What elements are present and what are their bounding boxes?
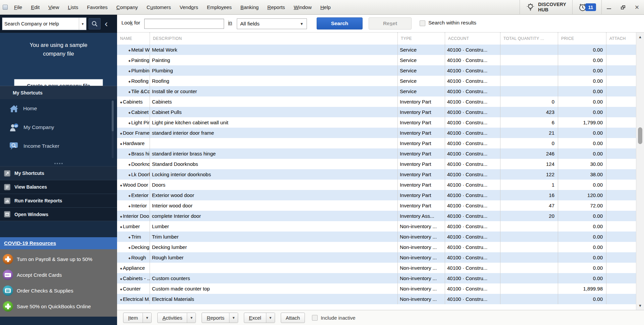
- table-row[interactable]: ◆Electrical M...Electrical MaterialsNon-…: [117, 294, 636, 304]
- table-row[interactable]: ◆ApplianceNon-inventory ...40100 · Const…: [117, 263, 636, 273]
- toolbar-excel-button[interactable]: Excel▼: [244, 313, 275, 323]
- menu-vendors[interactable]: Vendors: [175, 0, 203, 14]
- table-row[interactable]: ◆Lk Doork...Locking interior doorknobsIn…: [117, 169, 636, 180]
- table-row[interactable]: ◆Metal WrkMetal WorkService40100 · Const…: [117, 45, 636, 55]
- column-header-price[interactable]: PRICE: [558, 32, 606, 45]
- table-row[interactable]: ◆Interior Doo...complete Interior doorIn…: [117, 211, 636, 221]
- item-diamond-icon: ◆: [128, 163, 130, 166]
- table-row[interactable]: ◆TrimTrim lumberNon-inventory ...40100 ·…: [117, 232, 636, 242]
- menu-window[interactable]: Window: [289, 0, 316, 14]
- chevron-down-icon[interactable]: ▾: [79, 18, 86, 30]
- cell-type: Inventory Part: [397, 190, 445, 200]
- menu-customers[interactable]: Customers: [142, 0, 175, 14]
- table-row[interactable]: ◆DeckingDecking lumberNon-inventory ...4…: [117, 242, 636, 252]
- table-row[interactable]: ◆InteriorInterior wood doorInventory Par…: [117, 200, 636, 211]
- covid-resources-link[interactable]: COVID-19 Resources: [0, 237, 117, 249]
- column-header-description[interactable]: DESCRIPTION: [150, 32, 397, 45]
- table-row[interactable]: ◆ExteriorExterior wood doorInventory Par…: [117, 190, 636, 200]
- menu-employees[interactable]: Employees: [203, 0, 236, 14]
- cell-price: 0.00: [558, 273, 606, 283]
- column-header-qty[interactable]: TOTAL QUANTITY ...: [500, 32, 558, 45]
- table-row[interactable]: ◆Brass hin...standard interior brass hin…: [117, 148, 636, 159]
- cell-name: ◆Electrical M...: [117, 294, 150, 304]
- table-row[interactable]: ◆Door Framestandard interior door frameI…: [117, 128, 636, 138]
- nav-item-open-windows[interactable]: Open Windows: [0, 207, 117, 221]
- nav-item-run-favorite-reports[interactable]: Run Favorite Reports: [0, 194, 117, 207]
- look-for-input[interactable]: [144, 19, 224, 29]
- nav-item-label: My Shortcuts: [14, 171, 44, 176]
- table-row[interactable]: ◆RoughRough lumberNon-inventory ...40100…: [117, 252, 636, 263]
- menu-banking[interactable]: Banking: [236, 0, 263, 14]
- search-button[interactable]: Search: [317, 17, 363, 29]
- scroll-down-arrow-icon[interactable]: ▼: [636, 301, 644, 310]
- table-row[interactable]: ◆Cabinet ...Cabinet PullsInventory Part4…: [117, 107, 636, 117]
- help-search-input[interactable]: [2, 18, 79, 30]
- table-row[interactable]: ◆Light PineLight pine kitchen cabinet wa…: [117, 117, 636, 128]
- table-row[interactable]: ◆RoofingRoofingService40100 · Constru...…: [117, 76, 636, 86]
- item-diamond-icon: ◆: [128, 236, 130, 239]
- shortcuts-scrollbar[interactable]: [112, 101, 114, 158]
- scroll-up-arrow-icon[interactable]: ▲: [636, 32, 644, 41]
- table-row[interactable]: ◆Tile &Co...Install tile or counterServi…: [117, 86, 636, 96]
- activities-dropdown-arrow-icon[interactable]: ▼: [187, 313, 196, 323]
- column-header-type[interactable]: TYPE: [397, 32, 445, 45]
- promo-turn-on-payroll[interactable]: Turn on Payroll & Save up to 50%: [0, 251, 117, 267]
- menu-view[interactable]: View: [44, 0, 63, 14]
- sidebar-item-home[interactable]: Home: [0, 99, 117, 118]
- restore-button[interactable]: [616, 0, 630, 15]
- panel-resize-handle[interactable]: [0, 161, 117, 166]
- table-row[interactable]: ◆PaintingPaintingService40100 · Constru.…: [117, 55, 636, 65]
- menu-help[interactable]: Help: [316, 0, 335, 14]
- field-selector-dropdown[interactable]: All fields ▼: [237, 18, 307, 29]
- promo-save-quickbooks-online[interactable]: Save 50% on QuickBooks Online: [0, 299, 117, 314]
- cell-price: 0.00: [558, 76, 606, 86]
- promo-accept-credit-cards[interactable]: Accept Credit Cards: [0, 267, 117, 283]
- menu-reports[interactable]: Reports: [263, 0, 289, 14]
- menu-file[interactable]: File: [10, 0, 26, 14]
- table-scrollbar[interactable]: ▲ ▼: [636, 32, 644, 310]
- item-dropdown-arrow-icon[interactable]: ▼: [143, 313, 151, 323]
- table-row[interactable]: ◆Wood DoorDoorsInventory Part40100 · Con…: [117, 180, 636, 190]
- table-row[interactable]: ◆Cabinets - ...Custom countersNon-invent…: [117, 273, 636, 283]
- cell-price: 120.00: [558, 190, 606, 200]
- column-header-account[interactable]: ACCOUNT: [445, 32, 500, 45]
- excel-dropdown-arrow-icon[interactable]: ▼: [266, 313, 275, 323]
- toolbar-item-button[interactable]: Item▼: [123, 313, 152, 323]
- nav-item-my-shortcuts[interactable]: My Shortcuts: [0, 166, 117, 180]
- reset-button[interactable]: Reset: [369, 17, 412, 29]
- close-button[interactable]: ×: [630, 0, 644, 15]
- nav-item-view-balances[interactable]: View Balances: [0, 180, 117, 194]
- table-row[interactable]: ◆PlumbingPlumbingService40100 · Constru.…: [117, 65, 636, 76]
- menu-favorites[interactable]: Favorites: [83, 0, 112, 14]
- table-row[interactable]: ◆LumberLumberNon-inventory ...40100 · Co…: [117, 221, 636, 232]
- table-row[interactable]: ◆HardwareInventory Part40100 · Constru..…: [117, 138, 636, 148]
- include-inactive-checkbox[interactable]: [312, 315, 318, 321]
- sidebar-item-income-tracker[interactable]: Income Tracker: [0, 137, 117, 155]
- scrollbar-thumb[interactable]: [112, 101, 114, 131]
- sample-company-notice: You are using a sample company file: [18, 41, 99, 58]
- table-row[interactable]: ◆Doorkno...Standard DoorknobsInventory P…: [117, 159, 636, 169]
- reports-dropdown-arrow-icon[interactable]: ▼: [229, 313, 238, 323]
- help-search-combo[interactable]: ▾: [2, 17, 87, 30]
- promo-order-checks-supplies[interactable]: Order Checks & Supplies: [0, 283, 117, 299]
- toolbar-activities-button[interactable]: Activities▼: [157, 313, 196, 323]
- menu-lists[interactable]: Lists: [63, 0, 83, 14]
- column-header-name[interactable]: NAME: [117, 32, 150, 45]
- search-button[interactable]: [89, 18, 101, 29]
- scrollbar-thumb[interactable]: [638, 127, 642, 144]
- toolbar-attach-button[interactable]: Attach: [281, 313, 305, 323]
- item-list-toolbar: Item▼Activities▼Reports▼Excel▼AttachIncl…: [117, 310, 644, 325]
- column-header-attach[interactable]: ATTACH: [606, 32, 636, 45]
- toolbar-reports-button[interactable]: Reports▼: [202, 313, 238, 323]
- reminders-button[interactable]: 11: [573, 0, 601, 14]
- discovery-hub-button[interactable]: DISCOVERY HUB: [520, 0, 572, 14]
- table-row[interactable]: ◆CounterCustom made counter topNon-inven…: [117, 283, 636, 294]
- collapse-sidebar-chevron-icon[interactable]: ‹: [105, 17, 108, 30]
- table-row[interactable]: ◆CabinetsCabinetsInventory Part40100 · C…: [117, 96, 636, 107]
- search-within-results-checkbox[interactable]: [420, 20, 425, 26]
- menu-edit[interactable]: Edit: [26, 0, 44, 14]
- minimize-button[interactable]: [602, 0, 616, 15]
- sidebar-item-my-company[interactable]: qb My Company: [0, 118, 117, 137]
- cell-attach: [606, 169, 636, 180]
- menu-company[interactable]: Company: [112, 0, 142, 14]
